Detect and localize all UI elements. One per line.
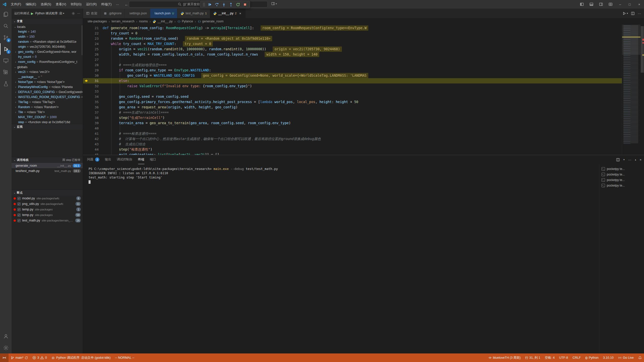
variable-row[interactable]: ›NoiseType=<class 'NoiseType'> [12, 79, 83, 84]
tab-[interactable]: 欢迎 [83, 9, 101, 18]
activitybar-explorer[interactable] [0, 9, 12, 20]
breakpoint-row[interactable]: ✓test_math.pysite-packages\terrain_res16 [12, 218, 83, 223]
editor-more-actions-icon[interactable]: ··· [638, 12, 641, 15]
code-line[interactable]: 32 raise ValueError(f"Invalid env type: … [83, 83, 622, 89]
activitybar-source-control[interactable]: 3 [0, 32, 12, 43]
stop-button[interactable] [242, 1, 249, 8]
breadcrumb-item[interactable]: terrain_research [111, 20, 134, 23]
code-line[interactable]: 23 random = Random(room_config.seed)rand… [83, 36, 622, 41]
panel-tab[interactable]: 输出 [105, 155, 111, 164]
status-problems[interactable]: 30 [30, 353, 49, 362]
window-maximize-button[interactable]: □ [625, 0, 634, 9]
variable-row[interactable]: MAX_TRY_COUNT=1000 [12, 115, 83, 120]
debug-config-select[interactable]: Python 调试程序: 启 ▾ [35, 11, 64, 16]
tab-.gdignore[interactable]: .gdignore [101, 9, 125, 18]
toggle-primary-sidebar-icon[interactable] [577, 0, 587, 9]
tab-test_math.py[interactable]: test_math.py1 [177, 9, 210, 18]
code-line[interactable]: 40 [83, 126, 622, 131]
panel-maximize-icon[interactable]: ▴ [635, 158, 636, 161]
code-line[interactable]: 28 # ====生成初始地理信息==== [83, 62, 622, 68]
code-line[interactable]: 43 # 生成出口组合 [83, 142, 622, 147]
breadcrumb-item[interactable]: rooms [139, 20, 148, 23]
code-line[interactable]: 25 origin = vec2i(random.randint(0, 1000… [83, 47, 622, 52]
status-notifications[interactable] [636, 353, 644, 362]
code-line[interactable]: 24 while try_count < MAX_TRY_COUNT:try_c… [83, 41, 622, 47]
terminal-split-icon[interactable] [616, 158, 620, 162]
code-line[interactable]: 38 step("生成TerrainCell") [83, 115, 622, 120]
panel-more-actions-icon[interactable]: ··· [628, 158, 631, 162]
layout-control-icon[interactable] [271, 2, 275, 6]
code-line[interactable]: 33 [83, 89, 622, 94]
code-line[interactable]: 45 exit_combinations: list[tuple[vec2i, … [83, 152, 622, 155]
menu-item[interactable]: 文件(F) [9, 0, 23, 9]
terminal[interactable]: PS C:\computer_science\godot-ldtk\site-p… [83, 164, 599, 353]
status-branch[interactable]: main* [9, 353, 30, 362]
activitybar-run-debug[interactable]: 1 [0, 43, 12, 55]
gear-icon[interactable] [71, 12, 75, 15]
code-line[interactable]: 44 step("检查连通性") [83, 147, 622, 152]
breakpoints-header[interactable]: ⌄ 断点 [12, 190, 83, 196]
terminal-instance-row[interactable]: >_pocketpy te... [599, 166, 644, 172]
status-encoding[interactable]: UTF-8 [557, 353, 570, 362]
more-actions-icon[interactable]: ··· [77, 12, 80, 15]
window-close-button[interactable]: × [634, 0, 644, 9]
breadcrumb-item[interactable]: Pylance [177, 20, 193, 23]
panel-tab[interactable]: 端口 [150, 155, 156, 164]
variable-row[interactable]: ›DEFAULT_GEO_CONFIG=GeoConfig(seed=1 [12, 89, 83, 95]
variable-row[interactable]: ›geo_config=GeoConfig(seed=None, wor [12, 49, 83, 54]
step-out-button[interactable] [227, 1, 234, 8]
nav-back-icon[interactable]: ← [125, 2, 128, 7]
code-line[interactable]: 29 if room_config.env_type == EnvType.WA… [83, 68, 622, 73]
breadcrumb-item[interactable]: site-packages [88, 20, 107, 23]
code-line[interactable]: 39 terrain_area = geo_area_to_terrain(ge… [83, 120, 622, 126]
terminal-instance-row[interactable]: >_pocketpy te... [599, 172, 644, 177]
code-line[interactable]: 26 width, height = room_config.layout.n_… [83, 52, 622, 57]
code-line[interactable]: 37 # ====生成TerrainCell==== [83, 110, 622, 115]
step-over-button[interactable] [213, 1, 220, 8]
activitybar-account[interactable] [0, 330, 12, 342]
tab-close-icon[interactable]: × [238, 11, 243, 16]
activitybar-testing[interactable] [0, 78, 12, 89]
code-line[interactable]: 31 else: [83, 78, 622, 83]
start-debug-icon[interactable]: ▶ [31, 12, 33, 15]
customize-layout-icon[interactable] [606, 0, 615, 9]
variable-row[interactable]: ›vec2i=<class 'vec2i'> [12, 69, 83, 74]
breakpoint-checkbox[interactable]: ✓ [17, 219, 21, 222]
variable-row[interactable]: try_count=0 [12, 54, 83, 59]
callstack-frame[interactable]: generate_room__init__.py31:1 [12, 163, 83, 168]
panel-tab[interactable]: 终端 [138, 155, 144, 164]
sidebar-scrollbar[interactable] [82, 25, 83, 55]
callstack-frame[interactable]: test/test_math.pytest_math.py16:1 [12, 168, 83, 173]
scrollbar-thumb[interactable] [641, 26, 644, 73]
status-gitlens-blame[interactable]: blueloveTH (3 周前) [486, 353, 523, 362]
breadcrumb-item[interactable]: generate_room [198, 20, 224, 23]
tab-launch.json[interactable]: launch.jsonU [150, 9, 177, 18]
code-line[interactable]: 42 # 计算每一个出口的中心，然后使用astar生成路径，确保每一个出口组合都… [83, 136, 622, 142]
menu-item[interactable]: 运行(R) [84, 0, 99, 9]
panel-close-icon[interactable]: × [639, 158, 641, 162]
scope-locals[interactable]: ⌄locals [12, 24, 83, 29]
restart-button[interactable] [234, 1, 242, 8]
toggle-secondary-sidebar-icon[interactable] [596, 0, 606, 9]
split-editor-icon[interactable] [631, 12, 635, 15]
activitybar-extensions[interactable] [0, 66, 12, 78]
activitybar-settings[interactable] [0, 342, 12, 353]
scope-globals[interactable]: ⌄globals [12, 64, 83, 69]
variable-row[interactable]: ›Tile=<class 'Tile'> [12, 110, 83, 115]
code-line[interactable]: 35 geo_config.primary_forces.geothermal_… [83, 99, 622, 105]
activitybar-search[interactable] [0, 20, 12, 32]
breakpoint-row[interactable]: ✓temp.pysite-packages1 [12, 207, 83, 212]
variable-row[interactable]: origin=vec2i(7205730, 9024468) [12, 44, 83, 49]
editor-scrollbar[interactable] [640, 25, 644, 155]
tab-settings.json[interactable]: settings.json [125, 9, 150, 18]
status-language-mode[interactable]: {}Python [583, 353, 601, 362]
code-line[interactable]: 21def generate_room(room_config: RoomReq… [83, 25, 622, 31]
status-vim-mode[interactable]: -- NORMAL -- [113, 353, 137, 362]
run-python-file-button[interactable]: ▾ [622, 12, 628, 15]
breakpoint-checkbox[interactable]: ✓ [17, 197, 21, 200]
chevron-down-icon[interactable]: ▾ [623, 158, 625, 161]
variable-row[interactable]: random=<Random object at 0x1bf9d01e [12, 39, 83, 44]
variable-row[interactable]: ›room_config=RoomRequestConfig(env_t [12, 59, 83, 64]
breadcrumb-item[interactable]: __init__.py [152, 20, 173, 23]
variable-row[interactable]: height=140 [12, 29, 83, 34]
